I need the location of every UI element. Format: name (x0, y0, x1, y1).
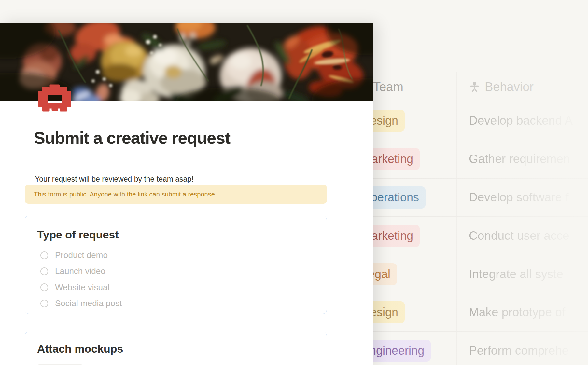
radio-option-product-demo[interactable]: Product demo (40, 247, 317, 263)
radio-option-launch-video[interactable]: Launch video (40, 263, 317, 279)
behavior-cell: Conduct user acce (469, 229, 588, 243)
form-modal: Submit a creative request Your request w… (0, 23, 373, 365)
table-row: MarketingConduct user acce (339, 217, 588, 255)
table-row: DesignDevelop backend A (339, 102, 588, 140)
radio-option-label: Social media post (55, 298, 122, 308)
table-row: MarketingGather requiremen (339, 140, 588, 179)
person-icon (470, 82, 479, 92)
radio-circle-icon[interactable] (40, 251, 48, 259)
column-header-behavior: Behavior (470, 72, 534, 101)
form-title: Submit a creative request (34, 128, 230, 148)
table-row: LegalIntegrate all syste (339, 255, 588, 293)
table-row: EngineeringPerform comprehe (339, 332, 588, 365)
public-form-banner: This form is public. Anyone with the lin… (25, 185, 327, 204)
behavior-cell: Integrate all syste (469, 267, 588, 281)
behavior-cell: Develop software f (469, 191, 588, 204)
radio-option-website-visual[interactable]: Website visual (40, 279, 317, 295)
behavior-cell: Perform comprehe (469, 344, 588, 358)
form-subtitle: Your request will be reviewed by the tea… (35, 175, 194, 183)
radio-circle-icon[interactable] (40, 300, 48, 307)
radio-option-label: Website visual (55, 282, 109, 292)
question-card-type-of-request: Type of request Product demoLaunch video… (25, 216, 327, 314)
radio-circle-icon[interactable] (40, 267, 48, 275)
radio-option-social-media-post[interactable]: Social media post (40, 295, 317, 311)
radio-option-label: Launch video (55, 266, 105, 276)
behavior-cell: Develop backend A (469, 114, 588, 128)
public-form-banner-text: This form is public. Anyone with the lin… (34, 191, 217, 198)
table-row: DesignMake prototype of (339, 293, 588, 332)
question-card-attach-mockups: Attach mockups (25, 332, 327, 365)
behavior-cell: Make prototype of (469, 305, 588, 319)
table-header-row: Team Behavior (339, 72, 588, 101)
table-row: OperationsDevelop software f (339, 179, 588, 217)
question-label: Attach mockups (37, 343, 123, 355)
radio-option-list: Product demoLaunch videoWebsite visualSo… (40, 247, 317, 311)
picture-frame-icon (38, 84, 71, 113)
radio-option-label: Product demo (55, 250, 108, 260)
question-label: Type of request (37, 228, 119, 241)
radio-circle-icon[interactable] (40, 283, 48, 291)
column-header-team-label: Team (373, 80, 403, 94)
column-header-team: Team (373, 72, 403, 101)
app-window: Team Behavior DesignDevelop backend AMar… (0, 0, 588, 365)
behavior-cell: Gather requiremen (469, 152, 588, 166)
column-header-behavior-label: Behavior (485, 80, 534, 94)
